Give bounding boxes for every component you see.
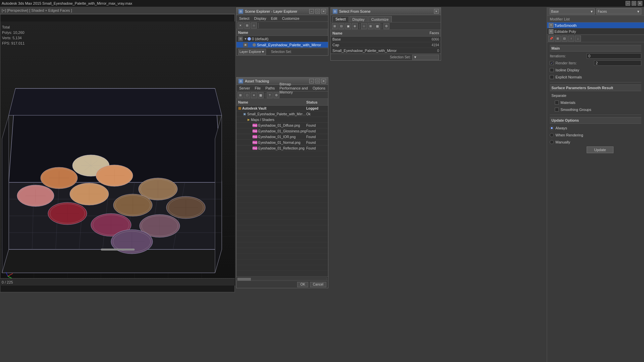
sfs-row-palette[interactable]: Small_Eyeshadow_Palette_with_Mirror 0 (331, 48, 441, 54)
at-ok-button[interactable]: OK (297, 282, 308, 287)
rp-faces-dropdown[interactable]: Faces ▼ (596, 8, 641, 14)
sfs-btn2[interactable]: ⊟ (338, 23, 344, 29)
sfs-btn8[interactable]: ⚙ (383, 23, 389, 29)
rp-materials-checkbox[interactable] (555, 101, 559, 105)
rp-update-button[interactable]: Update (587, 146, 613, 153)
sfs-btn1[interactable]: ⊞ (332, 23, 338, 29)
rp-divider-2 (550, 115, 641, 115)
at-btn4[interactable]: ▦ (258, 92, 264, 98)
rp-manually-radio[interactable] (550, 140, 554, 144)
at-minimize-btn[interactable]: − (309, 79, 314, 83)
at-empty-row (236, 168, 328, 174)
se-layer-row[interactable]: ⊞ ▼ 0 (default) (236, 36, 328, 42)
sfs-row-base[interactable]: Base 6066 (331, 37, 441, 42)
rp-stack-btn4[interactable]: ↑ (568, 36, 574, 42)
rp-stack-editpoly[interactable]: E Editable Poly (547, 28, 644, 35)
rp-header-dropdown[interactable]: Base ▼ (550, 8, 595, 14)
sfs-btn4[interactable]: ⊕ (352, 23, 358, 29)
at-btn5[interactable]: ? (267, 92, 273, 98)
sfs-row-cap-val: 4194 (421, 43, 439, 47)
at-btn3[interactable]: ≡ (251, 92, 257, 98)
at-menu-paths[interactable]: Paths (264, 86, 276, 90)
viewport-topbar: [+] [Perspective] [ Shaded + Edged Faces… (0, 7, 235, 14)
rp-isoline-checkbox[interactable] (550, 68, 554, 72)
at-menu-file[interactable]: File (254, 86, 262, 90)
at-asset-row-4[interactable]: PNG Eyeshadow_01_Normal.png Found (236, 140, 328, 145)
rp-isoline-row: Isoline Display (550, 67, 641, 73)
rp-whenrendering-radio[interactable] (550, 133, 554, 137)
se-menu-select[interactable]: Select (238, 16, 251, 20)
se-layer-dropdown[interactable]: Layer Explorer ▼ (238, 49, 266, 55)
rp-stack-btn2[interactable]: ⊞ (555, 36, 561, 42)
at-empty-row (236, 151, 328, 157)
se-toolbar-btn2[interactable]: ⊞ (244, 22, 250, 28)
sfs-tab-customize[interactable]: Customize (368, 16, 392, 22)
se-minimize-btn[interactable]: − (309, 9, 314, 14)
at-scroll-track[interactable] (237, 278, 327, 280)
at-empty-rows (236, 151, 328, 277)
rp-explicit-checkbox[interactable] (550, 75, 554, 79)
at-empty-row (236, 191, 328, 197)
scene-explorer-title: Scene Explorer - Layer Explorer (245, 9, 298, 13)
svg-marker-14 (215, 115, 222, 273)
rp-stack-btn5[interactable]: ↓ (575, 36, 581, 42)
sfs-btn3[interactable]: ▣ (345, 23, 351, 29)
close-button[interactable]: ✕ (638, 1, 642, 6)
sfs-btn5[interactable]: ☆ (361, 23, 367, 29)
sfs-tab-select[interactable]: Select (332, 16, 349, 22)
maximize-button[interactable]: □ (632, 1, 636, 6)
se-close-btn[interactable]: ✕ (321, 9, 326, 14)
se-menu-customize[interactable]: Customize (281, 16, 301, 20)
at-menu-options[interactable]: Options (312, 86, 326, 90)
se-object-row[interactable]: ▣ Small_Eyeshadow_Palette_with_Mirror (236, 42, 328, 48)
se-toolbar-btn1[interactable]: ✕ (237, 22, 244, 28)
at-restore-btn[interactable]: □ (315, 79, 320, 83)
sfs-btn7[interactable]: ▦ (374, 23, 380, 29)
rp-isoline-label: Isoline Display (555, 68, 579, 72)
rp-iterations-input[interactable]: 0 (587, 53, 641, 59)
se-menu-display[interactable]: Display (253, 16, 267, 20)
rp-render-iters-checkbox[interactable] (550, 61, 554, 65)
rp-update-section[interactable]: Update Options (550, 117, 641, 124)
at-btn6[interactable]: ⚙ (273, 92, 279, 98)
at-asset-row-3[interactable]: PNG Eyeshadow_01_IOR.png Found (236, 134, 328, 140)
rp-separate-label: Separate (551, 94, 567, 98)
at-empty-row (236, 242, 328, 248)
se-restore-btn[interactable]: □ (315, 9, 320, 14)
at-folder-row[interactable]: ▶ Maps / Shaders (236, 117, 328, 123)
at-close-btn[interactable]: ✕ (321, 79, 326, 83)
viewport[interactable]: Total Polys: 10,260 Verts: 5,134 FPS: 91… (0, 14, 235, 292)
at-btn2[interactable]: □ (244, 92, 250, 98)
at-menu-bitmap[interactable]: Bitmap Performance and Memory (278, 82, 309, 94)
rp-pin-btn[interactable]: 📌 (548, 36, 554, 42)
at-scrollbar[interactable] (236, 277, 328, 281)
se-expand-icon[interactable]: ▼ (244, 37, 248, 41)
se-menu-edit[interactable]: Edit (270, 16, 278, 20)
at-asset-row-5[interactable]: PNG Eyeshadow_01_Reflection.png Found (236, 145, 328, 151)
minimize-button[interactable]: − (626, 1, 630, 6)
rp-explicit-row: Explicit Normals (550, 74, 641, 80)
rp-always-radio[interactable] (550, 126, 554, 130)
at-cancel-button[interactable]: Cancel (310, 282, 326, 287)
at-btn1[interactable]: ⊞ (237, 92, 244, 98)
sfs-close-btn[interactable]: ✕ (434, 9, 439, 14)
sfs-btn6[interactable]: ⊞ (368, 23, 374, 29)
sfs-tab-display[interactable]: Display (350, 16, 368, 22)
rp-stack-turbos[interactable]: T TurboSmooth (547, 22, 644, 28)
rp-render-iters-label: Render Iters: (555, 61, 592, 65)
at-col-status: Status (306, 100, 326, 104)
at-asset-row-1[interactable]: PNG Eyeshadow_01_Diffuse.png Found (236, 123, 328, 128)
sfs-selection-dropdown[interactable]: ▼ (412, 55, 439, 60)
at-asset-row-2[interactable]: PNG Eyeshadow_01_Glossiness.png Found (236, 128, 328, 134)
rp-smoothgroups-checkbox[interactable] (555, 108, 559, 112)
rp-surface-section[interactable]: Surface Parameters Smooth Result (550, 84, 641, 91)
at-vault-row[interactable]: ⊞ Autodesk Vault Logged (236, 106, 328, 111)
rp-render-iters-input[interactable]: 2 (594, 60, 641, 66)
at-scroll-thumb[interactable] (237, 278, 251, 281)
rp-stack-btn3[interactable]: ⊟ (561, 36, 568, 42)
at-menu-server[interactable]: Server (238, 86, 251, 90)
se-toolbar-btn3[interactable]: ☆ (251, 22, 257, 28)
at-file-row[interactable]: ▣ Small_Eyeshadow_Palette_with_Mirror_ma… (236, 111, 328, 117)
rp-main-section[interactable]: Main (550, 45, 641, 52)
sfs-row-cap[interactable]: Cap 4194 (331, 42, 441, 48)
